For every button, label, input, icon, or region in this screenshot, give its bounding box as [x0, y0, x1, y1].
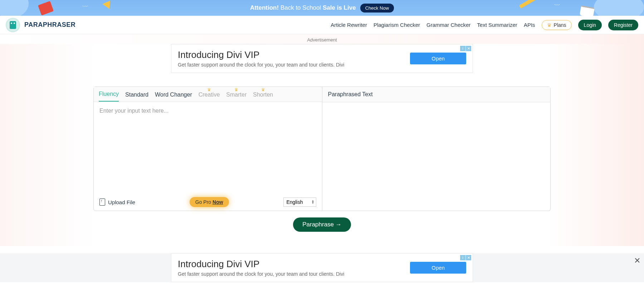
crown-icon: ♛ — [261, 87, 265, 92]
banner-attention: Attention! — [250, 4, 279, 11]
nav-apis[interactable]: APIs — [524, 22, 535, 28]
banner-mid: Back to School — [280, 4, 321, 11]
plans-label: Plans — [554, 22, 566, 28]
ad-open-button[interactable]: Open — [410, 53, 466, 64]
nav-article-rewriter[interactable]: Article Rewriter — [331, 22, 367, 28]
pencil-icon — [519, 0, 536, 9]
language-select[interactable]: English ▲▼ — [283, 197, 316, 207]
ad-description: Get faster support around the clock for … — [178, 271, 410, 277]
output-panel: Paraphrased Text — [322, 87, 551, 211]
ad-title: Introducing Divi VIP — [178, 259, 410, 270]
advertisement-banner[interactable]: Introducing Divi VIP Get faster support … — [171, 44, 473, 73]
go-pro-button[interactable]: Go Pro Now — [190, 197, 229, 207]
ad-info-icon[interactable]: i — [460, 46, 465, 51]
nav-grammar-checker[interactable]: Grammar Checker — [426, 22, 470, 28]
login-button[interactable]: Login — [578, 20, 602, 30]
bottom-ad-container: ✕ Introducing Divi VIP Get faster suppor… — [0, 253, 644, 282]
crown-icon: ♛ — [207, 87, 211, 92]
check-now-button[interactable]: Check Now — [360, 4, 394, 13]
banner-decoration — [0, 0, 29, 16]
banner-sale: Sale is Live — [323, 4, 356, 11]
promo-banner: 〰 Attention! Back to School Sale is Live… — [0, 0, 644, 16]
input-footer: Upload File Go Pro Now English ▲▼ — [94, 193, 322, 211]
select-arrows-icon: ▲▼ — [312, 200, 314, 204]
advertisement-label: Advertisement — [0, 34, 644, 44]
advertisement-banner-bottom[interactable]: Introducing Divi VIP Get faster support … — [171, 253, 473, 282]
logo-icon — [6, 18, 20, 32]
brand-name: PARAPHRASER — [24, 21, 75, 29]
nav-text-summarizer[interactable]: Text Summarizer — [477, 22, 517, 28]
ad-open-button[interactable]: Open — [410, 262, 466, 274]
upload-label: Upload File — [108, 199, 135, 205]
crown-icon: ♛ — [547, 22, 552, 28]
tab-word-changer[interactable]: Word Changer — [155, 92, 192, 102]
crown-icon: ♛ — [234, 87, 238, 92]
ad-info-icon[interactable]: i — [460, 255, 465, 260]
confetti-icon: 〰 — [82, 4, 88, 10]
tab-standard[interactable]: Standard — [125, 92, 148, 102]
paraphrase-tool: Fluency Standard Word Changer ♛Creative … — [93, 87, 551, 211]
nav-links: Article Rewriter Plagiarism Checker Gram… — [331, 20, 638, 30]
ad-close-icon[interactable]: ✕ — [466, 255, 471, 260]
register-button[interactable]: Register — [608, 20, 638, 30]
upload-icon — [99, 198, 105, 206]
triangle-icon — [102, 0, 113, 9]
tab-smarter[interactable]: ♛Smarter — [226, 92, 247, 102]
close-icon[interactable]: ✕ — [634, 256, 640, 265]
banner-decoration — [594, 0, 644, 16]
tab-creative[interactable]: ♛Creative — [199, 92, 220, 102]
logo[interactable]: PARAPHRASER — [6, 18, 75, 32]
ad-description: Get faster support around the clock for … — [178, 62, 410, 68]
notepad-icon — [580, 5, 595, 16]
input-textarea[interactable] — [94, 102, 322, 193]
input-panel: Fluency Standard Word Changer ♛Creative … — [93, 87, 322, 211]
output-area — [322, 102, 551, 211]
book-icon — [38, 1, 54, 16]
language-value: English — [287, 199, 303, 205]
ad-close-icon[interactable]: ✕ — [466, 46, 471, 51]
ad-title: Introducing Divi VIP — [178, 49, 410, 60]
paraphrase-button[interactable]: Paraphrase → — [293, 217, 351, 232]
upload-file-button[interactable]: Upload File — [99, 198, 135, 206]
confetti-icon: 〰 — [554, 2, 560, 9]
navbar: PARAPHRASER Article Rewriter Plagiarism … — [0, 16, 644, 34]
plans-button[interactable]: ♛ Plans — [542, 20, 572, 30]
banner-text: Attention! Back to School Sale is Live — [250, 4, 356, 11]
output-header: Paraphrased Text — [322, 87, 551, 102]
mode-tabs: Fluency Standard Word Changer ♛Creative … — [94, 87, 322, 102]
nav-plagiarism-checker[interactable]: Plagiarism Checker — [374, 22, 420, 28]
tab-fluency[interactable]: Fluency — [99, 91, 119, 102]
tab-shorten[interactable]: ♛Shorten — [253, 92, 273, 102]
